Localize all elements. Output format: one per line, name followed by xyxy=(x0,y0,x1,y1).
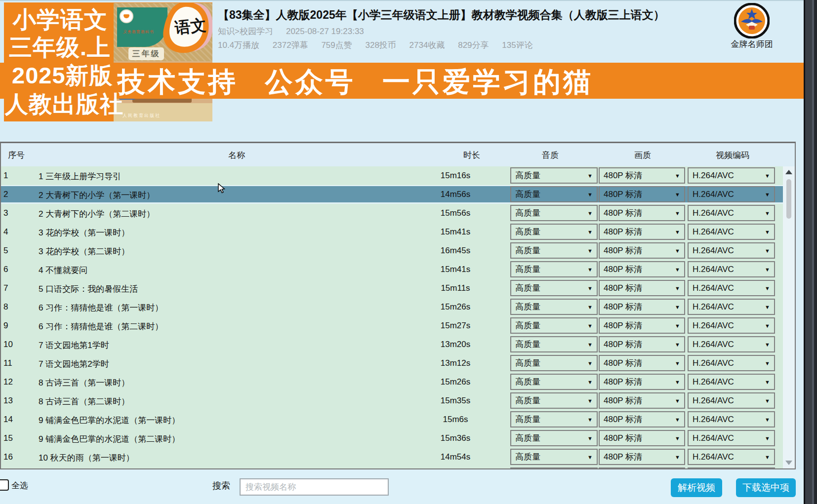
audio-quality-select[interactable]: 高质量▼ xyxy=(510,242,598,259)
video-quality-select[interactable]: 480P 标清▼ xyxy=(599,355,685,371)
audio-quality-select[interactable]: 高质量▼ xyxy=(510,280,598,296)
top-border-line xyxy=(0,0,804,1)
select-all-checkbox[interactable] xyxy=(0,479,9,491)
audio-quality-select[interactable]: 高质量▼ xyxy=(510,186,598,202)
video-codec-select[interactable]: H.264/AVC▼ xyxy=(688,392,775,409)
select-value: 高质量 xyxy=(515,321,540,330)
table-scrollbar[interactable] xyxy=(783,166,795,468)
video-codec-select[interactable]: H.264/AVC▼ xyxy=(688,411,775,427)
video-codec-select[interactable]: H.264/AVC▼ xyxy=(688,280,775,296)
dropdown-arrow-icon: ▼ xyxy=(765,412,770,427)
audio-quality-select[interactable]: 高质量▼ xyxy=(510,224,598,240)
table-row[interactable]: 32 大青树下的小学（第二课时）15m56s高质量▼480P 标清▼H.264/… xyxy=(1,204,783,223)
video-codec-select[interactable]: H.264/AVC▼ xyxy=(688,205,775,221)
video-name: 9 铺满金色巴掌的水泥道（第二课时） xyxy=(39,433,180,445)
video-codec-select[interactable]: ▼ xyxy=(688,467,775,468)
parse-video-button[interactable]: 解析视频 xyxy=(671,478,722,497)
table-row[interactable]: 96 习作：猜猜他是谁（第二课时）15m27s高质量▼480P 标清▼H.264… xyxy=(1,316,783,335)
banner-line-3: 2025新版 xyxy=(12,63,113,88)
video-quality-select[interactable]: 480P 标清▼ xyxy=(599,224,685,240)
download-selected-button[interactable]: 下载选中项 xyxy=(736,478,796,497)
audio-quality-select[interactable]: ▼ xyxy=(510,467,598,468)
video-quality-select[interactable]: 480P 标清▼ xyxy=(599,186,685,202)
dropdown-arrow-icon: ▼ xyxy=(587,431,593,446)
dropdown-arrow-icon: ▼ xyxy=(675,450,680,465)
column-header-name: 名称 xyxy=(228,150,245,161)
video-codec-select[interactable]: H.264/AVC▼ xyxy=(688,186,775,202)
video-codec-select[interactable]: H.264/AVC▼ xyxy=(688,299,775,315)
video-codec-select[interactable]: H.264/AVC▼ xyxy=(688,242,775,259)
audio-quality-select[interactable]: 高质量▼ xyxy=(510,261,598,277)
column-header-video: 画质 xyxy=(634,150,651,161)
table-row[interactable]: 159 铺满金色巴掌的水泥道（第二课时）15m36s高质量▼480P 标清▼H.… xyxy=(1,429,783,448)
table-row[interactable]: 117 语文园地第2学时13m12s高质量▼480P 标清▼H.264/AVC▼ xyxy=(1,354,783,373)
audio-quality-select[interactable]: 高质量▼ xyxy=(510,167,598,184)
video-quality-select[interactable]: 480P 标清▼ xyxy=(599,280,685,296)
publisher-seal-icon xyxy=(120,9,133,23)
video-quality-select[interactable]: ▼ xyxy=(599,467,685,468)
select-value: 480P 标清 xyxy=(604,340,642,349)
video-codec-select[interactable]: H.264/AVC▼ xyxy=(688,261,775,277)
video-codec-select[interactable]: H.264/AVC▼ xyxy=(688,224,775,240)
video-title-heading: 【83集全】人教版2025年【小学三年级语文上册】教材教学视频合集（人教版三上语… xyxy=(218,7,712,23)
table-row[interactable]: 22 大青树下的小学（第一课时）14m56s高质量▼480P 标清▼H.264/… xyxy=(1,185,783,204)
video-quality-select[interactable]: 480P 标清▼ xyxy=(599,430,685,446)
video-quality-select[interactable]: 480P 标清▼ xyxy=(599,242,685,259)
video-quality-select[interactable]: 480P 标清▼ xyxy=(599,317,685,334)
audio-quality-select[interactable]: 高质量▼ xyxy=(510,392,598,409)
table-row[interactable]: 1610 秋天的雨（第一课时）14m54s高质量▼480P 标清▼H.264/A… xyxy=(1,448,783,466)
table-row[interactable]: 43 花的学校（第一课时）15m41s高质量▼480P 标清▼H.264/AVC… xyxy=(1,223,783,241)
table-row[interactable]: 107 语文园地第1学时13m20s高质量▼480P 标清▼H.264/AVC▼ xyxy=(1,335,783,354)
row-number: 2 xyxy=(3,190,8,199)
dropdown-arrow-icon: ▼ xyxy=(675,206,680,221)
table-row[interactable]: 86 习作：猜猜他是谁（第一课时）15m26s高质量▼480P 标清▼H.264… xyxy=(1,298,783,316)
select-value: H.264/AVC xyxy=(693,190,734,199)
video-quality-select[interactable]: 480P 标清▼ xyxy=(599,411,685,427)
select-value: 高质量 xyxy=(515,190,540,199)
table-row[interactable]: 11 三年级上册学习导引15m16s高质量▼480P 标清▼H.264/AVC▼ xyxy=(1,166,783,185)
video-quality-select[interactable]: 480P 标清▼ xyxy=(599,205,685,221)
scroll-down-button[interactable] xyxy=(783,458,795,467)
video-quality-select[interactable]: 480P 标清▼ xyxy=(599,299,685,315)
audio-quality-select[interactable]: 高质量▼ xyxy=(510,430,598,446)
video-quality-select[interactable]: 480P 标清▼ xyxy=(599,392,685,409)
dropdown-arrow-icon: ▼ xyxy=(765,356,770,371)
audio-quality-select[interactable]: 高质量▼ xyxy=(510,336,598,352)
video-codec-select[interactable]: H.264/AVC▼ xyxy=(688,374,775,390)
video-quality-select[interactable]: 480P 标清▼ xyxy=(599,374,685,390)
scroll-up-button[interactable] xyxy=(783,167,795,177)
dropdown-arrow-icon: ▼ xyxy=(765,375,770,389)
audio-quality-select[interactable]: 高质量▼ xyxy=(510,411,598,427)
video-duration: 15m36s xyxy=(411,433,500,443)
video-name: 8 古诗三首（第二课时） xyxy=(39,396,129,407)
video-codec-select[interactable]: H.264/AVC▼ xyxy=(688,430,775,446)
select-value: 480P 标清 xyxy=(604,321,642,330)
table-row[interactable]: 128 古诗三首（第一课时）15m26s高质量▼480P 标清▼H.264/AV… xyxy=(1,373,783,391)
audio-quality-select[interactable]: 高质量▼ xyxy=(510,317,598,334)
video-codec-select[interactable]: H.264/AVC▼ xyxy=(688,355,775,371)
table-row[interactable]: 64 不懂就要问15m41s高质量▼480P 标清▼H.264/AVC▼ xyxy=(1,260,783,279)
video-codec-select[interactable]: H.264/AVC▼ xyxy=(688,167,775,184)
window-edge-scrollbar[interactable] xyxy=(804,0,817,504)
video-quality-select[interactable]: 480P 标清▼ xyxy=(599,167,685,184)
table-row[interactable]: 75 口语交际：我的暑假生活15m11s高质量▼480P 标清▼H.264/AV… xyxy=(1,279,783,298)
table-row-partial[interactable]: ▼▼▼ xyxy=(1,466,783,468)
table-row[interactable]: 138 古诗三首（第二课时）15m35s高质量▼480P 标清▼H.264/AV… xyxy=(1,391,783,410)
table-row[interactable]: 53 花的学校（第二课时）16m45s高质量▼480P 标清▼H.264/AVC… xyxy=(1,241,783,260)
select-value: 高质量 xyxy=(515,358,540,368)
audio-quality-select[interactable]: 高质量▼ xyxy=(510,205,598,221)
video-quality-select[interactable]: 480P 标清▼ xyxy=(599,261,685,277)
video-quality-select[interactable]: 480P 标清▼ xyxy=(599,449,685,465)
audio-quality-select[interactable]: 高质量▼ xyxy=(510,449,598,465)
table-row[interactable]: 149 铺满金色巴掌的水泥道（第一课时）15m6s高质量▼480P 标清▼H.2… xyxy=(1,410,783,429)
scrollbar-thumb[interactable] xyxy=(786,179,791,219)
audio-quality-select[interactable]: 高质量▼ xyxy=(510,299,598,315)
search-input[interactable] xyxy=(240,478,389,496)
audio-quality-select[interactable]: 高质量▼ xyxy=(510,355,598,371)
stat-favorites: 2734收藏 xyxy=(409,40,445,50)
video-codec-select[interactable]: H.264/AVC▼ xyxy=(688,336,775,352)
video-quality-select[interactable]: 480P 标清▼ xyxy=(599,336,685,352)
audio-quality-select[interactable]: 高质量▼ xyxy=(510,374,598,390)
video-codec-select[interactable]: H.264/AVC▼ xyxy=(688,317,775,334)
video-codec-select[interactable]: H.264/AVC▼ xyxy=(688,449,775,465)
